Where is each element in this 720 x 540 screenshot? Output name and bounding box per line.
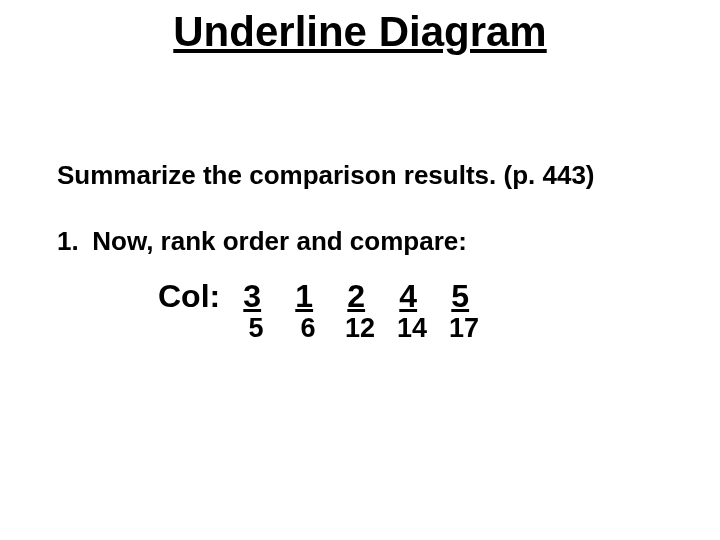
col-bot-cell: 12 <box>334 313 386 344</box>
col-bot-cell: 17 <box>438 313 490 344</box>
column-row-top: Col: 3 1 2 4 5 <box>158 278 490 315</box>
column-row-bottom: 5 6 12 14 17 <box>230 313 490 344</box>
col-label: Col: <box>158 278 220 315</box>
slide-title: Underline Diagram <box>0 8 720 56</box>
col-top-cell: 5 <box>434 278 486 315</box>
col-bot-cell: 6 <box>282 313 334 344</box>
col-bot-cell: 5 <box>230 313 282 344</box>
summarize-line: Summarize the comparison results. (p. 44… <box>57 160 595 191</box>
col-top-cell: 2 <box>330 278 382 315</box>
col-bot-cell: 14 <box>386 313 438 344</box>
rank-text: Now, rank order and compare: <box>92 226 467 256</box>
column-table: Col: 3 1 2 4 5 5 6 12 14 17 <box>158 278 490 344</box>
slide: Underline Diagram Summarize the comparis… <box>0 0 720 540</box>
col-top-cell: 4 <box>382 278 434 315</box>
col-top-cell: 3 <box>226 278 278 315</box>
col-top-cell: 1 <box>278 278 330 315</box>
rank-order-line: 1. Now, rank order and compare: <box>57 226 467 257</box>
list-number: 1. <box>57 226 85 257</box>
